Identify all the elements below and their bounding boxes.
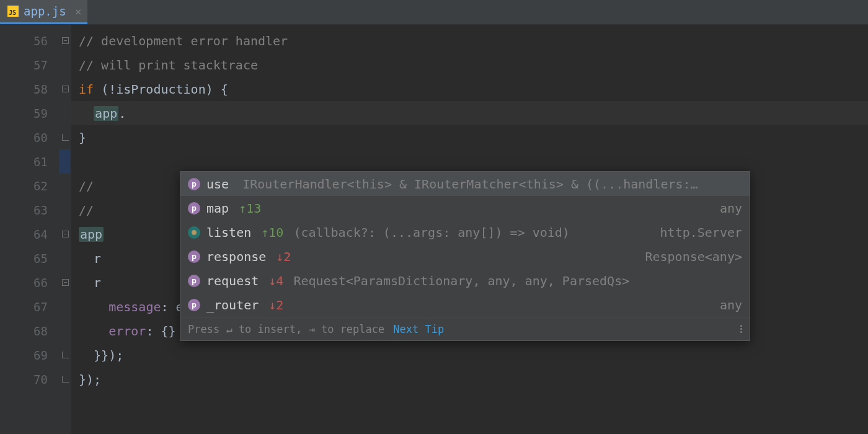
file-tab[interactable]: app.js × bbox=[0, 0, 87, 24]
function-icon bbox=[188, 226, 200, 239]
completion-signature: Request<ParamsDictionary, any, any, Pars… bbox=[293, 273, 742, 288]
line-number-gutter: 565758596061626364656667686970 bbox=[0, 25, 59, 434]
fold-cell bbox=[59, 198, 71, 222]
line-number: 64 bbox=[0, 222, 59, 246]
line-number: 69 bbox=[0, 343, 59, 367]
property-icon: p bbox=[188, 275, 200, 287]
fold-cell[interactable] bbox=[59, 222, 71, 246]
autocomplete-footer: Press ↵ to insert, ⇥ to replace Next Tip bbox=[180, 317, 750, 340]
line-number: 66 bbox=[0, 270, 59, 294]
completion-name: _router bbox=[206, 298, 259, 312]
code-line[interactable]: // will print stacktrace bbox=[71, 53, 868, 77]
completion-item[interactable]: puseIRouterHandler<this> & IRouterMatche… bbox=[180, 172, 750, 196]
code-line[interactable] bbox=[71, 149, 868, 174]
line-number: 60 bbox=[0, 125, 59, 149]
autocomplete-popup: puseIRouterHandler<this> & IRouterMatche… bbox=[180, 171, 750, 341]
completion-item[interactable]: presponse↓2Response<any> bbox=[180, 244, 750, 268]
close-icon[interactable]: × bbox=[75, 5, 82, 18]
more-options-icon[interactable] bbox=[740, 325, 742, 333]
fold-cell bbox=[59, 246, 71, 270]
tab-bar: app.js × bbox=[0, 0, 868, 25]
completion-name: use bbox=[206, 177, 229, 192]
code-line[interactable]: }); bbox=[71, 367, 868, 391]
fold-cell bbox=[59, 101, 71, 125]
fold-cell bbox=[59, 367, 71, 391]
completion-type: any bbox=[720, 298, 742, 312]
property-icon: p bbox=[188, 178, 200, 190]
completion-item[interactable]: pmap↑13any bbox=[180, 196, 750, 220]
code-line[interactable]: app. bbox=[71, 101, 868, 125]
line-number: 58 bbox=[0, 77, 59, 101]
property-icon: p bbox=[188, 299, 200, 311]
line-number: 67 bbox=[0, 294, 59, 319]
fold-cell[interactable] bbox=[59, 77, 71, 101]
tab-filename: app.js bbox=[24, 4, 66, 18]
completion-name: listen bbox=[206, 225, 251, 240]
line-number: 68 bbox=[0, 319, 59, 343]
property-icon: p bbox=[188, 250, 200, 263]
code-line[interactable]: if (!isProduction) { bbox=[71, 77, 868, 101]
line-number: 61 bbox=[0, 149, 59, 174]
line-number: 56 bbox=[0, 29, 59, 53]
rank-indicator: ↓2 bbox=[268, 298, 283, 312]
completion-signature: IRouterHandler<this> & IRouterMatcher<th… bbox=[242, 177, 742, 192]
fold-cell bbox=[59, 319, 71, 343]
code-line[interactable]: }}); bbox=[71, 343, 868, 367]
completion-type: http.Server bbox=[660, 225, 742, 240]
fold-cell bbox=[59, 125, 71, 149]
line-number: 59 bbox=[0, 101, 59, 125]
completion-type: Response<any> bbox=[645, 249, 742, 264]
code-line[interactable]: // development error handler bbox=[71, 29, 868, 53]
completion-item[interactable]: listen↑10(callback?: (...args: any[]) =>… bbox=[180, 220, 750, 244]
line-number: 70 bbox=[0, 367, 59, 391]
fold-gutter bbox=[59, 25, 71, 434]
line-number: 57 bbox=[0, 53, 59, 77]
completion-item[interactable]: prequest↓4Request<ParamsDictionary, any,… bbox=[180, 268, 750, 293]
completion-name: response bbox=[206, 249, 266, 264]
property-icon: p bbox=[188, 202, 200, 215]
rank-indicator: ↑13 bbox=[239, 201, 261, 216]
line-number: 63 bbox=[0, 198, 59, 222]
completion-type: any bbox=[720, 201, 742, 216]
next-tip-link[interactable]: Next Tip bbox=[393, 323, 444, 335]
fold-cell[interactable] bbox=[59, 29, 71, 53]
completion-item[interactable]: p_router↓2any bbox=[180, 293, 750, 317]
line-number: 65 bbox=[0, 246, 59, 270]
fold-cell[interactable] bbox=[59, 270, 71, 294]
fold-cell bbox=[59, 149, 71, 174]
line-number: 62 bbox=[0, 174, 59, 198]
completion-signature: (callback?: (...args: any[]) => void) bbox=[293, 225, 653, 240]
fold-cell bbox=[59, 53, 71, 77]
editor-area: 565758596061626364656667686970 // develo… bbox=[0, 25, 868, 434]
rank-indicator: ↑10 bbox=[261, 225, 283, 240]
completion-name: request bbox=[206, 273, 259, 288]
code-line[interactable]: } bbox=[71, 125, 868, 149]
fold-cell bbox=[59, 294, 71, 319]
js-file-icon bbox=[7, 6, 19, 17]
fold-cell bbox=[59, 174, 71, 198]
footer-hint: Press ↵ to insert, ⇥ to replace bbox=[188, 323, 384, 335]
completion-name: map bbox=[206, 201, 229, 216]
rank-indicator: ↓2 bbox=[276, 249, 291, 264]
rank-indicator: ↓4 bbox=[268, 273, 283, 288]
code-content[interactable]: // development error handler// will prin… bbox=[71, 25, 868, 434]
fold-cell bbox=[59, 343, 71, 367]
